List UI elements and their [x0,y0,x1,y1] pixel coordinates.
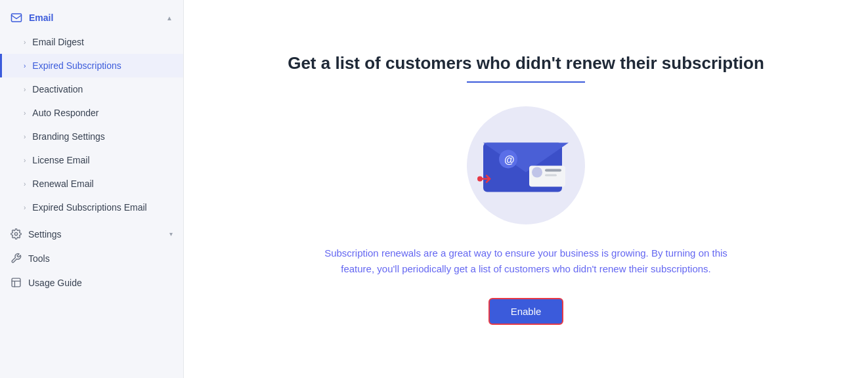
title-underline [467,81,585,83]
enable-button[interactable]: Enable [488,298,564,325]
renewal-email-chevron-icon: › [24,180,26,188]
sidebar-section-email-label: Email [29,12,53,23]
sidebar-item-label: Auto Responder [32,108,98,118]
expired-subscriptions-email-chevron-icon: › [24,204,26,211]
svg-text:@: @ [504,154,515,165]
sidebar: Email ▲ › Email Digest › Expired Subscri… [0,0,184,378]
usage-guide-icon [11,277,22,288]
sidebar-item-label: Expired Subscriptions [32,60,121,71]
usage-guide-label: Usage Guide [28,278,82,288]
sidebar-item-label: License Email [32,155,89,165]
sidebar-item-email-digest[interactable]: › Email Digest [0,30,183,54]
svg-rect-0 [12,14,22,22]
settings-icon [11,228,22,240]
svg-point-7 [532,167,542,178]
red-arrow-icon [0,60,1,72]
envelope-wrap: @ [477,130,575,201]
tools-label: Tools [28,253,50,264]
sidebar-item-settings[interactable]: Settings ▾ [0,222,183,246]
sidebar-item-label: Branding Settings [32,131,105,142]
email-subitems: › Email Digest › Expired Subscriptions ›… [0,30,183,219]
license-email-chevron-icon: › [24,157,26,164]
branding-settings-chevron-icon: › [24,133,26,140]
envelope-illustration-svg: @ [477,130,575,199]
sidebar-item-label: Renewal Email [32,178,93,189]
sidebar-item-label: Deactivation [32,84,83,94]
tools-icon [11,253,22,264]
svg-rect-2 [12,278,20,287]
main-content: Get a list of customers who didn't renew… [184,0,868,378]
sidebar-section-email[interactable]: Email ▲ [0,5,183,30]
sidebar-item-auto-responder[interactable]: › Auto Responder [0,101,183,125]
sidebar-item-expired-subscriptions-email[interactable]: › Expired Subscriptions Email [0,196,183,219]
svg-rect-9 [545,175,557,177]
sidebar-item-branding-settings[interactable]: › Branding Settings [0,125,183,148]
sidebar-item-label: Email Digest [32,37,84,47]
page-title: Get a list of customers who didn't renew… [288,53,764,74]
sidebar-item-expired-subscriptions[interactable]: › Expired Subscriptions [0,54,183,77]
deactivation-chevron-icon: › [24,86,26,93]
svg-point-1 [14,232,17,235]
email-section-chevron-icon: ▲ [166,14,173,22]
description-text: Subscription renewals are a great way to… [316,245,736,277]
email-illustration: @ [467,106,585,224]
svg-point-10 [477,177,483,182]
sidebar-item-deactivation[interactable]: › Deactivation [0,77,183,101]
sidebar-item-usage-guide[interactable]: Usage Guide [0,270,183,295]
settings-expand-icon: ▾ [169,230,173,238]
expired-subscriptions-chevron-icon: › [24,62,26,70]
svg-rect-8 [545,169,561,172]
sidebar-item-license-email[interactable]: › License Email [0,148,183,172]
sidebar-item-tools[interactable]: Tools [0,246,183,270]
settings-label: Settings [28,229,62,240]
auto-responder-chevron-icon: › [24,110,26,117]
sidebar-item-label: Expired Subscriptions Email [32,202,146,213]
email-digest-chevron-icon: › [24,39,26,46]
email-section-icon [11,12,22,24]
sidebar-item-renewal-email[interactable]: › Renewal Email [0,172,183,196]
